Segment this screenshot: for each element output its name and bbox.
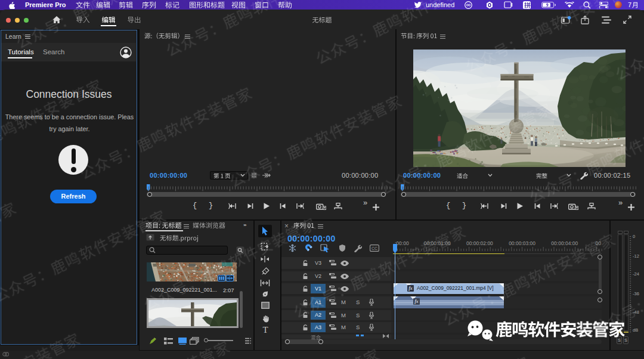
svg-text:00:00:01:00: 00:00:01:00 (424, 240, 451, 246)
svg-text:00:00:04:00: 00:00:04:00 (551, 240, 578, 246)
svg-text:00:00:03:00: 00:00:03:00 (509, 240, 535, 246)
svg-text:00: 00 (596, 240, 602, 246)
svg-text:CC: CC (371, 246, 377, 250)
svg-text:00:00:02:00: 00:00:02:00 (466, 240, 493, 246)
